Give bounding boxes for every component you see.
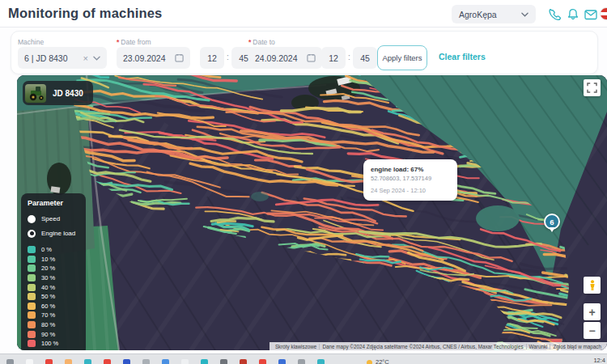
tooltip-value: engine load: 67%	[371, 166, 450, 173]
parameter-panel: Parameter SpeedEngine load 0 %10 %20 %30…	[21, 193, 86, 350]
machine-select[interactable]: 6 | JD 8430 ×	[18, 47, 107, 69]
fullscreen-icon	[587, 83, 597, 93]
parameter-option-speed[interactable]: Speed	[28, 213, 79, 225]
tooltip-datetime: 24 Sep 2024 - 12:10	[371, 187, 450, 194]
hour-to-input[interactable]: 12	[321, 47, 346, 69]
date-to-value: 24.09.2024	[255, 53, 307, 63]
map-marker[interactable]: 6	[544, 214, 560, 230]
taskbar-app-icon[interactable]	[298, 359, 305, 364]
attribution-divider	[319, 344, 320, 349]
legend-swatch-label: 90 %	[41, 331, 55, 338]
data-point-tooltip: engine load: 67% 52.708603, 17.537149 24…	[363, 159, 457, 201]
parameter-panel-title: Parameter	[28, 199, 79, 207]
taskbar-app-icon[interactable]	[201, 359, 208, 364]
attribution-divider	[550, 344, 550, 349]
hour-from-input[interactable]: 12	[200, 47, 224, 69]
date-to-label: *Date to	[248, 38, 275, 46]
clear-filters-button[interactable]: Clear filters	[439, 52, 486, 61]
plus-icon: +	[588, 307, 595, 318]
map-canvas[interactable]: JD 8430 engine load: 67% 52.708603, 17.5…	[17, 75, 607, 350]
parameter-option-engine-load[interactable]: Engine load	[28, 227, 79, 239]
time-separator: :	[227, 53, 229, 61]
marker-label: 6	[550, 218, 554, 226]
legend-scale-row: 30 %	[28, 273, 79, 283]
legend-swatch	[28, 265, 36, 272]
minus-icon: −	[588, 325, 595, 336]
taskbar-app-icon[interactable]	[278, 359, 286, 364]
minute-to-input[interactable]: 45	[353, 47, 377, 69]
fullscreen-button[interactable]	[584, 79, 601, 96]
pegman-button[interactable]	[584, 277, 601, 294]
organization-select[interactable]: AgroKępa	[452, 5, 536, 23]
legend-scale-row: 20 %	[28, 264, 79, 273]
satellite-track-overlay	[17, 75, 607, 350]
date-from-input[interactable]: 23.09.2024	[117, 47, 190, 69]
chevron-down-icon	[93, 56, 100, 61]
legend-scale-row: 0 %	[28, 245, 79, 255]
taskbar-app-icon[interactable]	[65, 359, 72, 364]
mail-icon[interactable]	[584, 7, 598, 22]
taskbar-app-icon[interactable]	[240, 359, 247, 364]
taskbar-app-icon[interactable]	[84, 359, 91, 364]
attribution-divider	[526, 344, 527, 349]
legend-scale-row: 10 %	[28, 255, 79, 265]
legend-scale-row: 90 %	[28, 329, 79, 339]
attribution-link[interactable]: Skróty klawiszowe	[275, 344, 316, 349]
parameter-options: SpeedEngine load	[28, 213, 79, 239]
filters-card: Machine 6 | JD 8430 × *Date from 23.09.2…	[11, 31, 598, 74]
bell-icon[interactable]	[566, 7, 580, 22]
radio-selected-icon[interactable]	[28, 230, 36, 238]
taskbar-app-icon[interactable]	[317, 359, 325, 364]
legend-scale-row: 50 %	[28, 292, 79, 302]
attribution-link[interactable]: Zgłoś błąd w mapach	[553, 344, 601, 349]
taskbar-app-icon[interactable]	[6, 359, 14, 364]
calendar-icon[interactable]	[175, 53, 184, 62]
legend-swatch-label: 50 %	[41, 293, 55, 300]
legend-swatch-label: 70 %	[41, 311, 55, 319]
taskbar-app-icon[interactable]	[142, 359, 150, 364]
taskbar-clock[interactable]: 12:4	[593, 357, 605, 364]
legend-swatch	[28, 331, 36, 338]
date-to-input[interactable]: 24.09.2024	[248, 47, 322, 69]
machine-label: Machine	[18, 38, 44, 46]
legend-swatch	[28, 311, 36, 319]
parameter-option-label: Speed	[41, 215, 60, 222]
legend-swatch	[28, 246, 36, 253]
legend-swatch-label: 60 %	[41, 303, 55, 310]
legend-scale-row: 40 %	[28, 282, 79, 292]
legend-swatch-label: 30 %	[41, 274, 55, 281]
taskbar-app-icon[interactable]	[162, 359, 169, 364]
zoom-in-button[interactable]: +	[584, 303, 601, 320]
legend-swatch	[28, 256, 36, 263]
taskbar-app-icon[interactable]	[45, 359, 53, 364]
map-attribution: Skróty klawiszoweDane mapy ©2024 Zdjęcia…	[270, 342, 607, 350]
tooltip-coordinates: 52.708603, 17.537149	[371, 175, 450, 182]
taskbar-app-icon[interactable]	[259, 359, 266, 364]
apply-filters-button[interactable]: Apply filters	[377, 45, 427, 70]
weather-icon	[367, 360, 372, 364]
attribution-link[interactable]: Warunki	[529, 344, 548, 349]
machine-badge[interactable]: JD 8430	[23, 81, 93, 105]
taskbar-app-icon[interactable]	[220, 359, 227, 364]
date-from-value: 23.09.2024	[123, 53, 175, 63]
calendar-icon[interactable]	[307, 53, 316, 62]
legend-swatch-label: 0 %	[41, 246, 52, 253]
taskbar-weather[interactable]: 22°C	[367, 356, 389, 364]
taskbar-app-icon[interactable]	[181, 359, 189, 364]
language-flag-icon[interactable]	[600, 7, 607, 20]
legend-scale: 0 %10 %20 %30 %40 %50 %60 %70 %80 %90 %1…	[28, 245, 79, 349]
legend-swatch-label: 100 %	[41, 340, 58, 347]
clear-selection-icon[interactable]: ×	[83, 53, 88, 63]
attribution-text: Dane mapy ©2024 Zdjęcia satelitarne ©202…	[322, 344, 523, 349]
taskbar-app-icon[interactable]	[123, 359, 130, 364]
legend-swatch-label: 10 %	[41, 256, 55, 263]
radio-icon[interactable]	[28, 215, 36, 223]
legend-swatch	[28, 293, 36, 300]
taskbar-app-icon[interactable]	[104, 359, 111, 364]
taskbar-icons	[0, 359, 325, 364]
phone-icon[interactable]	[547, 7, 562, 22]
weather-temperature: 22°C	[376, 358, 389, 364]
parameter-option-label: Engine load	[41, 230, 75, 237]
taskbar-app-icon[interactable]	[26, 359, 33, 364]
zoom-out-button[interactable]: −	[584, 322, 601, 339]
